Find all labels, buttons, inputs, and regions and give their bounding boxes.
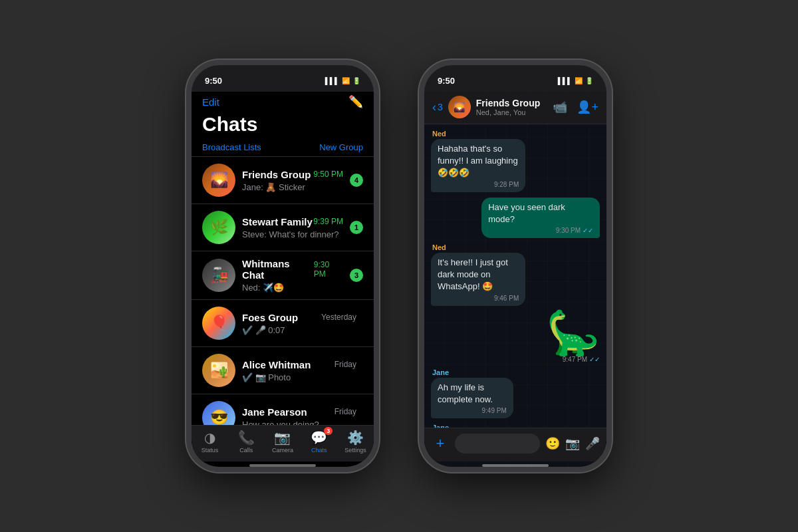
tab-settings[interactable]: ⚙️ Settings (337, 430, 374, 454)
chat-header-jane-pearson: Jane Pearson Friday (242, 406, 356, 418)
avatar-jane-pearson: 😎 (202, 401, 235, 425)
detail-group-avatar: 🌄 (448, 96, 471, 118)
chat-name-friends-group: Friends Group (242, 169, 311, 180)
home-indicator-2 (482, 464, 549, 467)
chat-header-friends-group: Friends Group 9:50 PM (242, 169, 343, 180)
sticker-dino: 🦕 (546, 311, 600, 354)
back-chevron-icon: ‹ (432, 100, 436, 114)
msg-meta-out-1: 9:30 PM ✓✓ (488, 227, 593, 234)
chat-body-jane-pearson: Jane Pearson Friday How are you doing? (242, 406, 356, 426)
chat-item-friends-group[interactable]: 🌄 Friends Group 9:50 PM Jane: 🧸 Sticker … (192, 157, 374, 204)
add-attachment-button[interactable]: + (431, 435, 450, 452)
msg-tick-dino: ✓✓ (589, 356, 600, 363)
chat-right-whitmans-chat: 3 (350, 269, 363, 282)
chat-item-whitmans-chat[interactable]: 🚂 Whitmans Chat 9:30 PM Ned: ✈️🤩 3 (192, 251, 374, 300)
chat-name-jane-pearson: Jane Pearson (242, 406, 307, 418)
chat-item-jane-pearson[interactable]: 😎 Jane Pearson Friday How are you doing? (192, 394, 374, 425)
msg-sender-ned-1: Ned (431, 130, 566, 138)
msg-text-out-1: Have you seen dark mode? (488, 201, 593, 225)
message-ned-2: Ned It's here!! I just got dark mode on … (431, 243, 566, 306)
status-bar-1: 9:50 ▌▌▌ 📶 🔋 (192, 65, 374, 92)
wifi-icon: 📶 (342, 77, 350, 84)
messages-area: Ned Hahaha that's so funny!! I am laughi… (424, 124, 606, 428)
chat-time-jane-pearson: Friday (334, 407, 356, 416)
msg-time-jane-1: 9:49 PM (482, 407, 507, 414)
chats-subheader: Broadcast Lists New Group (192, 140, 374, 157)
tab-chats[interactable]: 💬 3 Chats (301, 430, 337, 454)
chat-name-whitmans-chat: Whitmans Chat (242, 258, 314, 281)
settings-tab-label: Settings (344, 447, 366, 454)
chat-input-bar: + 🙂 📷 🎤 (424, 428, 606, 462)
back-button[interactable]: ‹ 3 (432, 100, 443, 114)
detail-group-members: Ned, Jane, You (476, 108, 548, 116)
chats-nav: Edit ✏️ (192, 92, 374, 112)
message-jane-1: Jane Ah my life is complete now. 9:49 PM (431, 368, 549, 418)
chats-tab-label: Chats (311, 447, 327, 454)
chat-header-stewart-family: Stewart Family 9:39 PM (242, 216, 343, 227)
chat-header-alice-whitman: Alice Whitman Friday (242, 359, 356, 370)
camera-button[interactable]: 📷 (565, 436, 580, 451)
message-outgoing-1: Have you seen dark mode? 9:30 PM ✓✓ (481, 198, 600, 238)
detail-group-name: Friends Group (476, 98, 548, 108)
message-ned-1: Ned Hahaha that's so funny!! I am laughi… (431, 130, 566, 192)
chat-name-alice-whitman: Alice Whitman (242, 359, 311, 370)
chat-item-stewart-family[interactable]: 🌿 Stewart Family 9:39 PM Steve: What's f… (192, 204, 374, 251)
avatar-whitmans-chat: 🚂 (202, 259, 235, 292)
msg-text-jane-1: Ah my life is complete now. (438, 382, 507, 406)
camera-tab-icon: 📷 (274, 430, 291, 446)
chats-screen: Edit ✏️ Chats Broadcast Lists New Group … (192, 92, 374, 467)
chat-item-alice-whitman[interactable]: 🏜️ Alice Whitman Friday ✔️ 📷 Photo (192, 347, 374, 394)
chat-header-whitmans-chat: Whitmans Chat 9:30 PM (242, 258, 343, 281)
video-call-icon[interactable]: 📹 (553, 100, 567, 114)
chat-time-foes-group: Yesterday (321, 313, 356, 322)
mic-button[interactable]: 🎤 (585, 436, 600, 451)
msg-time-ned-1: 9:28 PM (494, 181, 519, 188)
chat-name-foes-group: Foes Group (242, 312, 298, 323)
chat-preview-stewart-family: Steve: What's for dinner? (242, 229, 343, 239)
chat-time-alice-whitman: Friday (334, 360, 356, 369)
input-action-icons: 🙂 📷 🎤 (545, 436, 600, 451)
chat-list: 🌄 Friends Group 9:50 PM Jane: 🧸 Sticker … (192, 157, 374, 425)
battery-icon-2: 🔋 (585, 77, 593, 84)
unread-badge-friends-group: 4 (350, 174, 363, 187)
status-time-2: 9:50 (438, 76, 455, 86)
msg-bubble-ned-2: It's here!! I just got dark mode on What… (431, 253, 525, 306)
chat-detail-header: ‹ 3 🌄 Friends Group Ned, Jane, You 📹 👤+ (424, 92, 606, 124)
tab-calls[interactable]: 📞 Calls (228, 430, 265, 454)
tab-status[interactable]: ◑ Status (192, 430, 228, 454)
signal-icon-2: ▌▌▌ (558, 77, 572, 84)
chat-body-whitmans-chat: Whitmans Chat 9:30 PM Ned: ✈️🤩 (242, 258, 343, 293)
unread-badge-whitmans-chat: 3 (350, 269, 363, 282)
broadcast-lists-link[interactable]: Broadcast Lists (202, 142, 261, 152)
chat-item-foes-group[interactable]: 🎈 Foes Group Yesterday ✔️ 🎤 0:07 (192, 300, 374, 347)
tab-camera[interactable]: 📷 Camera (265, 430, 301, 454)
detail-action-buttons: 📹 👤+ (553, 100, 598, 114)
edit-button[interactable]: Edit (202, 96, 219, 108)
msg-bubble-jane-1: Ah my life is complete now. 9:49 PM (431, 378, 513, 418)
new-chat-icon[interactable]: ✏️ (348, 94, 363, 109)
msg-meta-jane-1: 9:49 PM (438, 407, 507, 414)
msg-sender-jane-1: Jane (431, 368, 549, 376)
chats-content: Edit ✏️ Chats Broadcast Lists New Group … (192, 92, 374, 467)
msg-time-ned-2: 9:46 PM (494, 295, 519, 302)
battery-icon: 🔋 (352, 77, 360, 84)
chats-tab-badge: 3 (324, 427, 332, 435)
msg-bubble-ned-1: Hahaha that's so funny!! I am laughing 🤣… (431, 139, 525, 192)
chat-right-stewart-family: 1 (350, 221, 363, 234)
chat-preview-friends-group: Jane: 🧸 Sticker (242, 182, 343, 192)
sticker-button[interactable]: 🙂 (545, 436, 560, 451)
chat-body-stewart-family: Stewart Family 9:39 PM Steve: What's for… (242, 216, 343, 239)
chat-detail-content: ‹ 3 🌄 Friends Group Ned, Jane, You 📹 👤+ … (424, 92, 606, 467)
new-group-link[interactable]: New Group (319, 142, 363, 152)
status-icons-2: ▌▌▌ 📶 🔋 (558, 77, 593, 84)
chat-right-friends-group: 4 (350, 174, 363, 187)
msg-sender-ned-2: Ned (431, 243, 566, 251)
msg-text-ned-2: It's here!! I just got dark mode on What… (438, 257, 519, 293)
avatar-stewart-family: 🌿 (202, 211, 235, 244)
status-tab-icon: ◑ (204, 430, 215, 446)
add-participant-icon[interactable]: 👤+ (577, 100, 598, 114)
settings-tab-icon: ⚙️ (347, 430, 364, 446)
message-input[interactable] (455, 434, 540, 454)
chat-time-whitmans-chat: 9:30 PM (314, 260, 343, 279)
chat-preview-foes-group: ✔️ 🎤 0:07 (242, 325, 356, 335)
